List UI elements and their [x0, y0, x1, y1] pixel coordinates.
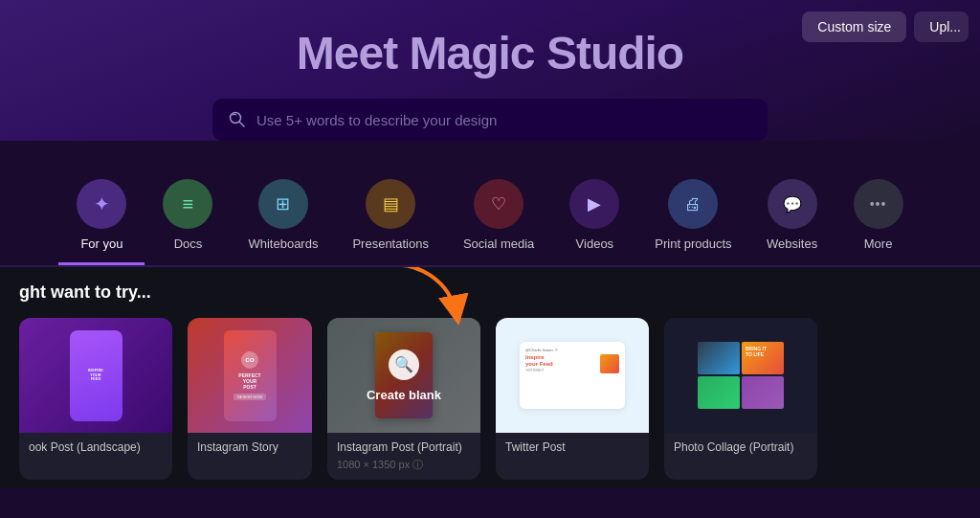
card-sublabel-instagram-portrait: 1080 × 1350 px ⓘ — [327, 458, 480, 480]
more-icon: ••• — [854, 179, 903, 229]
category-print[interactable]: 🖨 Print products — [637, 164, 748, 262]
more-label: More — [864, 236, 893, 251]
phone-mockup: INSPIREYOURFEED — [70, 330, 122, 421]
template-card-photo-collage[interactable]: Bring itto life Photo Collage (Portrait) — [664, 318, 817, 480]
custom-size-button[interactable]: Custom size — [802, 11, 906, 42]
foryou-icon: ✦ — [77, 179, 126, 229]
category-navigation: ✦ For you ≡ Docs ⊞ Whiteboards ▤ Present… — [0, 164, 980, 265]
magic-search-icon — [228, 110, 247, 129]
foryou-label: For you — [80, 236, 122, 251]
hero-section: Custom size Upl... Meet Magic Studio Use… — [0, 0, 980, 141]
twitter-headline: Inspireyour Feed — [525, 354, 596, 367]
card-thumb-instagram-portrait: 🔍 Create blank — [327, 318, 480, 433]
collage-cell-3 — [698, 376, 740, 409]
collage-cell-4 — [742, 376, 784, 409]
category-docs[interactable]: ≡ Docs — [145, 164, 231, 262]
template-card-instagram-portrait[interactable]: 🔍 Create blank Instagram Post (Portrait)… — [327, 318, 480, 480]
print-icon: 🖨 — [668, 179, 718, 229]
section-title: ght want to try... — [19, 282, 961, 303]
create-blank-label: Create blank — [367, 388, 441, 402]
twitter-mockup: @Charlie Instan. © Inspireyour Feed TWIT… — [520, 342, 625, 409]
category-videos[interactable]: ▶ Videos — [551, 164, 637, 262]
top-right-actions: Custom size Upl... — [802, 11, 969, 42]
category-whiteboards[interactable]: ⊞ Whiteboards — [231, 164, 335, 262]
search-placeholder-text: Use 5+ words to describe your design — [256, 112, 752, 128]
upload-button[interactable]: Upl... — [914, 11, 969, 42]
category-websites[interactable]: 💬 Websites — [749, 164, 835, 262]
collage-cell-2: Bring itto life — [742, 342, 784, 374]
social-icon: ♡ — [474, 179, 523, 229]
card-label-twitter: Twitter Post — [496, 433, 649, 458]
docs-icon: ≡ — [163, 179, 212, 229]
card-thumb-photo-collage: Bring itto life — [664, 318, 817, 433]
card-label-instagram-story: Instagram Story — [188, 433, 312, 458]
story-mockup: co Perfectyourpost DESIGN NOW — [224, 330, 277, 421]
template-card-facebook[interactable]: INSPIREYOURFEED ook Post (Landscape) — [19, 318, 172, 480]
create-blank-search-icon: 🔍 — [389, 349, 419, 380]
card-thumb-instagram-story: co Perfectyourpost DESIGN NOW — [188, 318, 312, 433]
template-cards-row: INSPIREYOURFEED ook Post (Landscape) co … — [19, 318, 961, 480]
print-label: Print products — [655, 236, 731, 251]
create-blank-overlay: 🔍 Create blank — [327, 318, 480, 433]
card-label-facebook: ook Post (Landscape) — [19, 433, 172, 458]
whiteboards-label: Whiteboards — [248, 236, 318, 251]
category-foryou[interactable]: ✦ For you — [58, 164, 145, 265]
card-label-instagram-portrait: Instagram Post (Portrait) — [327, 433, 480, 458]
whiteboards-icon: ⊞ — [258, 179, 308, 229]
twitter-person-image — [600, 354, 619, 373]
story-btn: DESIGN NOW — [234, 394, 266, 400]
lower-section: ght want to try... INSPIREYOURFEED — [0, 267, 980, 488]
card-label-photo-collage: Photo Collage (Portrait) — [664, 433, 817, 458]
category-presentations[interactable]: ▤ Presentations — [335, 164, 446, 262]
collage-grid: Bring itto life — [698, 342, 784, 409]
svg-line-1 — [240, 123, 245, 127]
docs-label: Docs — [174, 236, 203, 251]
story-text: Perfectyourpost — [238, 372, 260, 390]
presentations-icon: ▤ — [366, 179, 415, 229]
magic-search-bar[interactable]: Use 5+ words to describe your design — [212, 99, 768, 141]
story-logo: co — [241, 351, 258, 369]
websites-icon: 💬 — [768, 179, 817, 229]
card-thumb-twitter: @Charlie Instan. © Inspireyour Feed TWIT… — [496, 318, 649, 433]
websites-label: Websites — [767, 236, 817, 251]
card-thumb-facebook: INSPIREYOURFEED — [19, 318, 172, 433]
category-more[interactable]: ••• More — [835, 164, 922, 262]
videos-icon: ▶ — [569, 179, 619, 229]
template-card-twitter[interactable]: @Charlie Instan. © Inspireyour Feed TWIT… — [496, 318, 649, 480]
videos-label: Videos — [576, 236, 614, 251]
twitter-header: @Charlie Instan. © — [525, 348, 619, 352]
social-label: Social media — [463, 236, 534, 251]
collage-cell-1 — [698, 342, 740, 374]
category-social[interactable]: ♡ Social media — [446, 164, 551, 262]
template-card-instagram-story[interactable]: co Perfectyourpost DESIGN NOW Instagram … — [188, 318, 312, 480]
presentations-label: Presentations — [352, 236, 429, 251]
